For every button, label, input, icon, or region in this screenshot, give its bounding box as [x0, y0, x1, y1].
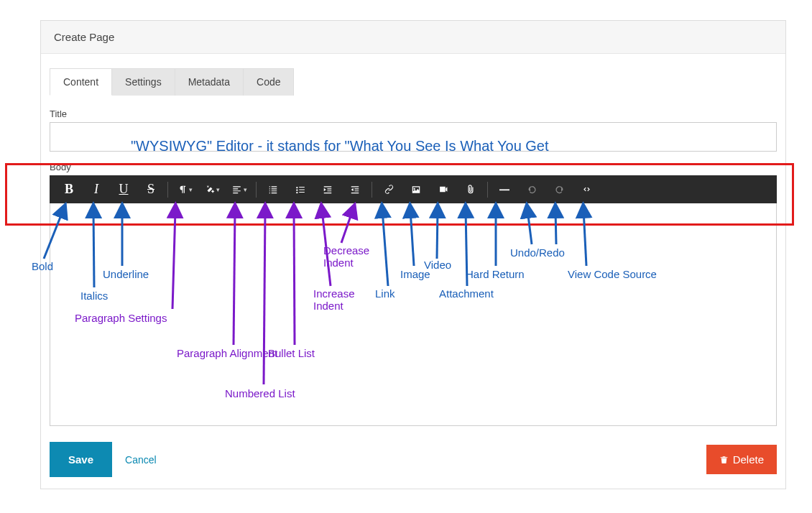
indent-icon [322, 185, 333, 195]
underline-button[interactable]: U [110, 175, 137, 203]
body-label: Body [50, 162, 777, 172]
title-input[interactable] [50, 122, 777, 152]
tab-metadata[interactable]: Metadata [175, 68, 244, 96]
tab-code[interactable]: Code [244, 68, 294, 96]
footer: Save Cancel Delete [50, 442, 777, 477]
paragraph-settings-button[interactable]: ▾ [171, 175, 198, 203]
video-button[interactable] [430, 175, 457, 203]
chevron-down-icon: ▾ [189, 186, 193, 193]
italic-button[interactable]: I [83, 175, 110, 203]
code-icon [581, 185, 593, 194]
tabs: Content Settings Metadata Code [50, 68, 777, 96]
undo-button[interactable] [518, 175, 545, 203]
chevron-down-icon: ▾ [244, 186, 247, 193]
redo-button[interactable] [545, 175, 573, 203]
image-icon [410, 185, 422, 195]
increase-indent-button[interactable] [314, 175, 341, 203]
editor-body[interactable] [50, 203, 777, 426]
magic-wand-icon [205, 185, 215, 195]
minus-icon [499, 188, 509, 191]
delete-label: Delete [733, 453, 764, 466]
footer-left: Save Cancel [50, 442, 157, 477]
ordered-list-icon [267, 185, 279, 195]
cancel-link[interactable]: Cancel [125, 454, 157, 466]
paperclip-icon [466, 184, 476, 195]
delete-button[interactable]: Delete [706, 445, 777, 474]
hard-return-button[interactable] [491, 175, 518, 203]
page-title: Create Page [54, 31, 114, 43]
tab-settings[interactable]: Settings [112, 68, 175, 96]
numbered-list-button[interactable] [259, 175, 287, 203]
strikethrough-button[interactable]: S [137, 175, 165, 203]
image-button[interactable] [402, 175, 430, 203]
decrease-indent-button[interactable] [341, 175, 369, 203]
magic-button[interactable]: ▾ [198, 175, 226, 203]
paragraph-align-button[interactable]: ▾ [226, 175, 253, 203]
trash-icon [719, 455, 729, 465]
editor-toolbar: B I U S ▾ ▾ ▾ [50, 175, 777, 203]
tab-content[interactable]: Content [50, 68, 112, 96]
chevron-down-icon: ▾ [216, 186, 220, 193]
save-button[interactable]: Save [50, 442, 112, 477]
align-left-icon [231, 185, 242, 195]
bold-button[interactable]: B [55, 175, 83, 203]
undo-icon [527, 184, 538, 195]
title-label: Title [50, 108, 777, 119]
video-icon [438, 185, 449, 194]
toolbar-separator [487, 182, 488, 198]
bullet-list-button[interactable] [287, 175, 314, 203]
toolbar-separator [167, 182, 168, 198]
code-source-button[interactable] [573, 175, 600, 203]
toolbar-separator [372, 182, 372, 198]
unordered-list-icon [295, 185, 306, 195]
svg-rect-0 [499, 189, 509, 190]
link-button[interactable] [375, 175, 402, 203]
pilcrow-icon [177, 185, 188, 195]
body-section: Body B I U S ▾ ▾ ▾ [50, 162, 777, 426]
content-area: Content Settings Metadata Code Title Bod… [41, 54, 785, 489]
attachment-button[interactable] [457, 175, 484, 203]
redo-icon [554, 184, 565, 195]
page-container: Create Page Content Settings Metadata Co… [40, 20, 786, 489]
link-icon [384, 184, 395, 195]
outdent-icon [349, 185, 361, 195]
page-header: Create Page [41, 21, 785, 54]
toolbar-separator [256, 182, 257, 198]
